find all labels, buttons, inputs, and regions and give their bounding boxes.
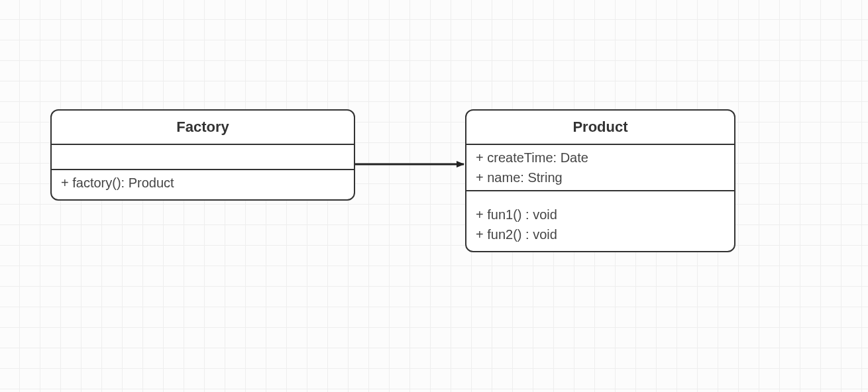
method-line: + fun1() : void [476, 205, 725, 224]
method-line: + fun2() : void [476, 224, 725, 244]
class-attributes-section [52, 145, 354, 170]
uml-class-factory[interactable]: Factory + factory(): Product [50, 109, 355, 201]
class-methods-section: + fun1() : void + fun2() : void [466, 191, 734, 251]
class-attributes-section: + createTime: Date + name: String [466, 145, 734, 191]
class-title: Factory [52, 111, 354, 145]
class-methods-section: + factory(): Product [52, 170, 354, 199]
uml-class-product[interactable]: Product + createTime: Date + name: Strin… [465, 109, 735, 252]
class-title: Product [466, 111, 734, 145]
attribute-line: + name: String [476, 168, 725, 187]
attribute-line: + createTime: Date [476, 148, 725, 168]
method-line: + factory(): Product [61, 173, 345, 193]
